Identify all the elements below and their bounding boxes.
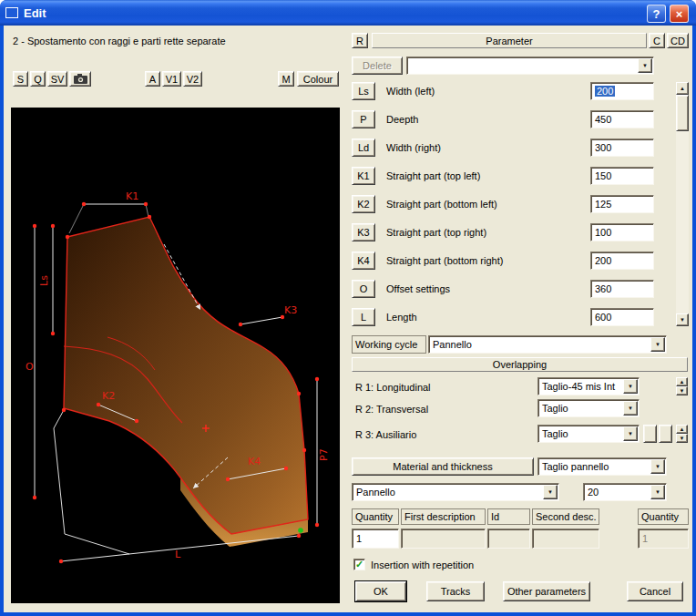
first-description-input	[401, 529, 486, 549]
overlapping-header: Overlapping	[352, 357, 688, 372]
preset-combobox-value	[407, 57, 653, 74]
r3-extra-button-2[interactable]	[659, 425, 672, 443]
param-code-o[interactable]: O	[352, 280, 375, 298]
param-label-l: Length	[386, 311, 417, 323]
param-input-ls[interactable]: 200	[590, 82, 654, 100]
param-code-k2[interactable]: K2	[352, 195, 375, 213]
help-button[interactable]: ?	[647, 5, 666, 23]
header-quantity: Quantity	[352, 508, 399, 525]
r2-combobox[interactable]: Taglio ▼	[537, 399, 640, 417]
param-input-k4[interactable]: 200	[590, 252, 654, 270]
param-code-ld[interactable]: Ld	[352, 139, 375, 157]
param-input-k2[interactable]: 125	[590, 195, 654, 213]
chevron-down-icon[interactable]: ▼	[623, 426, 638, 441]
tool-v2-button[interactable]: V2	[183, 71, 202, 87]
help-icon: ?	[653, 7, 660, 21]
chevron-down-icon[interactable]: ▼	[623, 379, 638, 394]
camera-icon	[74, 74, 87, 84]
param-label-ls: Width (left)	[386, 85, 435, 98]
tool-m-button[interactable]: M	[278, 71, 294, 87]
working-cycle-label: Working cycle	[352, 335, 426, 354]
camera-button[interactable]	[69, 71, 91, 87]
working-cycle-value: Pannello	[429, 336, 666, 353]
r2-label: R 2: Transversal	[355, 403, 428, 416]
chevron-down-icon[interactable]: ▼	[623, 401, 638, 416]
param-label-k2: Straight part (bottom left)	[386, 198, 497, 210]
end-node-green	[298, 528, 303, 533]
param-code-k3[interactable]: K3	[352, 223, 375, 241]
param-code-p[interactable]: P	[352, 110, 375, 128]
tool-v1-button[interactable]: V1	[162, 71, 181, 87]
dim-label-k1: K1	[126, 190, 138, 202]
r1-label: R 1: Longitudinal	[355, 381, 431, 394]
r3-extra-button-1[interactable]	[643, 425, 657, 443]
quantity-input[interactable]: 1	[352, 529, 399, 549]
cd-button[interactable]: CD	[667, 33, 689, 48]
param-input-k1[interactable]: 150	[590, 167, 654, 185]
param-input-p[interactable]: 450	[590, 110, 654, 128]
scroll-down-icon[interactable]: ▼	[676, 313, 689, 326]
tool-sv-button[interactable]: SV	[47, 71, 67, 87]
chevron-down-icon[interactable]: ▼	[650, 337, 665, 352]
c-button[interactable]: C	[649, 33, 665, 48]
param-code-l[interactable]: L	[352, 308, 375, 326]
param-code-k1[interactable]: K1	[352, 167, 375, 185]
preset-combobox[interactable]: ▼	[406, 56, 654, 75]
r1-spin-down-icon[interactable]: ▼	[676, 386, 688, 395]
r3-label: R 3: Ausiliario	[355, 428, 416, 441]
repetition-checkbox-label: Insertion with repetition	[371, 559, 474, 571]
param-code-k4[interactable]: K4	[352, 252, 375, 270]
cad-viewport[interactable]: K1 Ls O K2 K3 K4 P7 L	[11, 108, 340, 603]
param-input-o[interactable]: 360	[590, 280, 654, 298]
chevron-down-icon[interactable]: ▼	[650, 459, 665, 474]
dim-label-ls: Ls	[38, 275, 50, 286]
param-input-ld[interactable]: 300	[590, 139, 654, 157]
param-input-k3[interactable]: 100	[590, 223, 654, 241]
tool-s-button[interactable]: S	[13, 71, 28, 87]
tool-q-button[interactable]: Q	[30, 71, 46, 87]
r-button[interactable]: R	[352, 33, 368, 48]
material-thickness-button[interactable]: Material and thickness	[352, 457, 534, 476]
dim-label-l: L	[175, 549, 181, 560]
param-label-ld: Width (right)	[386, 141, 441, 154]
header-second-desc: Second desc.	[532, 508, 599, 525]
chevron-down-icon[interactable]: ▼	[543, 485, 558, 499]
chevron-down-icon[interactable]: ▼	[650, 485, 665, 499]
param-label-k3: Straight part (top right)	[386, 226, 486, 239]
dim-label-k2: K2	[102, 390, 115, 402]
r3-spin-up-icon[interactable]: ▲	[676, 425, 688, 434]
r3-combobox[interactable]: Taglio ▼	[537, 425, 640, 443]
param-code-ls[interactable]: Ls	[352, 82, 375, 100]
edit-dialog: Edit ? × 2 - Spostamento con raggi e par…	[0, 0, 696, 616]
window-icon	[5, 7, 18, 18]
tool-a-button[interactable]: A	[145, 71, 160, 87]
other-parameters-button[interactable]: Other parameters	[503, 581, 590, 601]
material-cycle-combobox[interactable]: Taglio pannello ▼	[537, 457, 667, 476]
delete-button[interactable]: Delete	[352, 56, 403, 75]
thickness-combobox[interactable]: 20 ▼	[583, 483, 667, 501]
param-label-k4: Straight part (bottom right)	[386, 254, 503, 267]
tracks-button[interactable]: Tracks	[426, 581, 485, 601]
quantity-2-input: 1	[638, 529, 689, 549]
chevron-down-icon[interactable]: ▼	[638, 58, 652, 73]
scroll-up-icon[interactable]: ▲	[676, 82, 689, 95]
parameter-header: Parameter	[372, 33, 647, 48]
material-name-combobox[interactable]: Pannello ▼	[352, 483, 559, 501]
param-label-o: Offset settings	[386, 282, 450, 295]
colour-button[interactable]: Colour	[297, 71, 339, 87]
r1-spin-up-icon[interactable]: ▲	[676, 377, 688, 386]
close-button[interactable]: ×	[670, 5, 689, 23]
repetition-checkbox[interactable]: ✓	[353, 559, 365, 570]
scrollbar-thumb[interactable]	[676, 95, 689, 131]
ok-button[interactable]: OK	[355, 581, 406, 601]
r1-combobox[interactable]: Taglio-45 mis Int ▼	[537, 377, 640, 395]
r3-spin-down-icon[interactable]: ▼	[676, 434, 688, 443]
second-desc-input	[532, 529, 599, 549]
panel-outline	[54, 410, 129, 554]
header-quantity-2: Quantity	[638, 508, 689, 525]
working-cycle-combobox[interactable]: Pannello ▼	[428, 335, 667, 354]
id-input	[487, 529, 530, 549]
param-input-l[interactable]: 600	[590, 308, 654, 326]
cancel-button[interactable]: Cancel	[627, 581, 683, 601]
title-bar[interactable]: Edit	[0, 0, 696, 26]
